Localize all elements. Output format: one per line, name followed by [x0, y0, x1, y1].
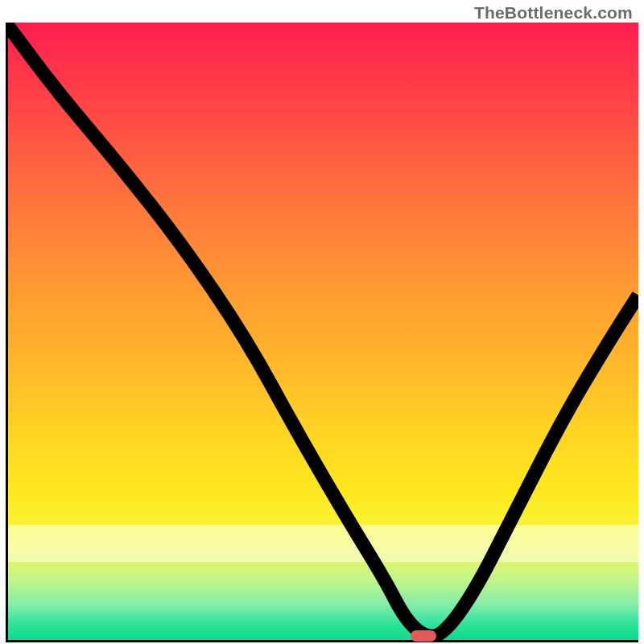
y-axis	[6, 23, 8, 642]
chart-container: TheBottleneck.com	[0, 0, 644, 644]
plot-area	[6, 23, 638, 642]
x-axis	[6, 640, 638, 642]
optimum-marker	[411, 630, 436, 642]
watermark-text: TheBottleneck.com	[474, 3, 633, 23]
bottleneck-curve	[6, 23, 638, 642]
